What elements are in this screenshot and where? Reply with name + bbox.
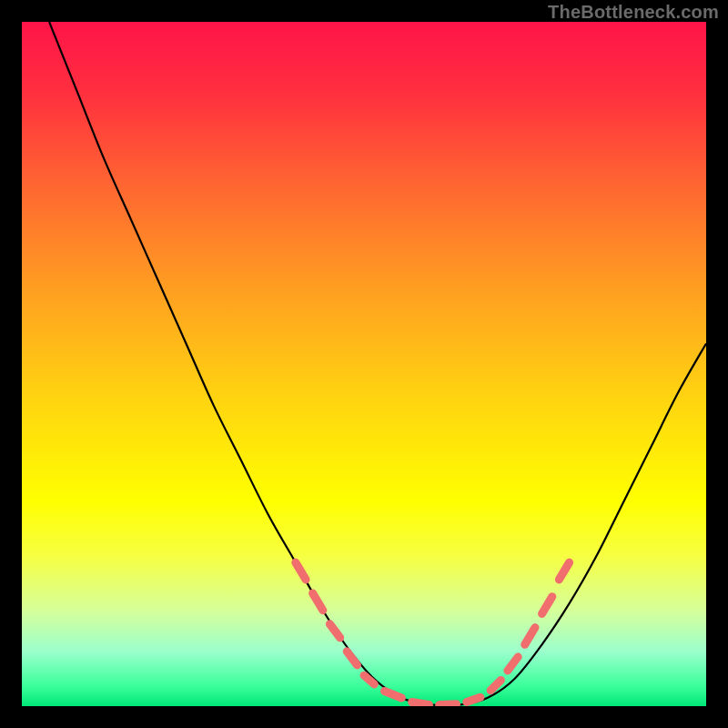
bottleneck-chart — [22, 22, 706, 706]
watermark-label: TheBottleneck.com — [548, 2, 719, 23]
highlight-dash — [412, 702, 430, 704]
highlight-dash — [467, 697, 480, 702]
gradient-background — [22, 22, 706, 706]
highlight-dash — [440, 704, 457, 705]
